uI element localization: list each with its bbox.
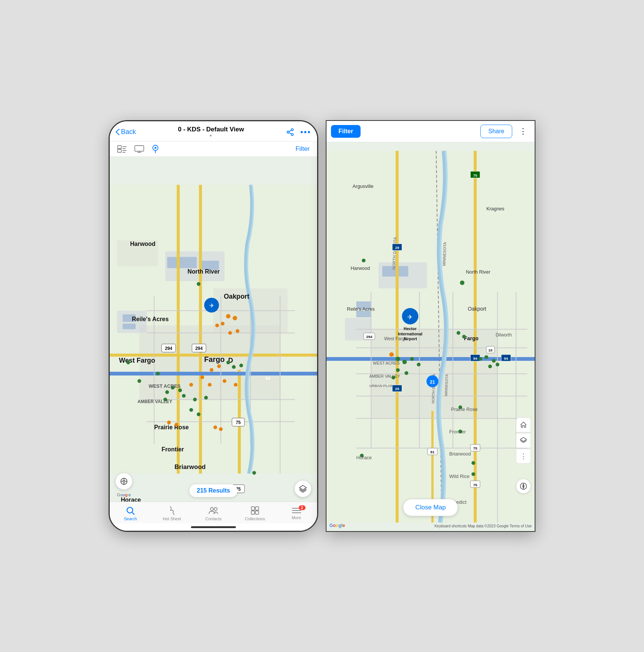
more-dots-icon[interactable]: •••	[300, 127, 311, 137]
map-area[interactable]: 94 Harwood North River Oakport Reile's A…	[110, 157, 317, 502]
svg-point-75	[223, 379, 227, 383]
svg-point-67	[215, 324, 219, 327]
svg-point-204	[496, 363, 499, 366]
svg-rect-5	[118, 146, 121, 149]
svg-point-91	[204, 396, 208, 400]
svg-point-78	[174, 423, 178, 427]
right-panel: Filter Share ⋮	[326, 120, 535, 532]
panel-map[interactable]: Argusville Kragnes Harwood North River O…	[326, 142, 535, 531]
svg-point-81	[234, 383, 237, 387]
svg-point-192	[457, 331, 461, 335]
panel-share-button[interactable]: Share	[480, 125, 512, 138]
svg-text:294: 294	[366, 335, 373, 339]
svg-rect-24	[167, 257, 197, 268]
panel-header-right: Share ⋮	[480, 125, 530, 138]
more-badge: 2	[299, 505, 306, 510]
home-bar	[191, 526, 236, 528]
svg-point-197	[417, 363, 420, 366]
svg-text:Oakport: Oakport	[468, 306, 486, 312]
svg-text:Hector: Hector	[404, 326, 417, 331]
svg-rect-111	[255, 507, 259, 510]
tab-contacts[interactable]: Contacts	[193, 505, 234, 522]
panel-more-button[interactable]: ⋮	[516, 125, 530, 138]
list-view-icon[interactable]	[117, 145, 127, 153]
svg-point-203	[492, 359, 496, 363]
tab-search-label: Search	[124, 517, 137, 521]
panel-map-controls: ⋮	[516, 417, 531, 464]
svg-point-206	[458, 405, 462, 409]
svg-point-199	[405, 371, 408, 375]
svg-text:Frontier: Frontier	[449, 429, 466, 435]
google-logo: Google	[329, 523, 345, 528]
svg-text:94: 94	[504, 356, 508, 360]
svg-point-72	[217, 364, 221, 368]
phone-header: Back 0 - KDS - Default View ▾ •••	[110, 121, 317, 141]
svg-point-198	[396, 368, 400, 372]
search-icon	[125, 506, 135, 515]
svg-point-65	[226, 314, 231, 319]
svg-point-98	[252, 471, 256, 475]
svg-text:Kragnes: Kragnes	[486, 206, 504, 211]
layers-button[interactable]	[295, 481, 311, 497]
svg-point-82	[197, 282, 200, 286]
compass-icon[interactable]	[516, 479, 531, 494]
svg-text:Argusville: Argusville	[353, 183, 374, 189]
svg-marker-214	[523, 485, 524, 488]
svg-point-195	[402, 360, 407, 364]
svg-text:75: 75	[236, 420, 241, 425]
close-map-button[interactable]: Close Map	[403, 499, 458, 516]
svg-text:Briarwood: Briarwood	[449, 451, 471, 457]
tab-hotsheet[interactable]: Hot Sheet	[151, 505, 193, 522]
svg-text:Airport: Airport	[403, 336, 417, 341]
svg-point-191	[460, 281, 464, 285]
svg-point-70	[236, 329, 239, 333]
more-icon-wrap: 2	[291, 507, 302, 514]
svg-point-0	[291, 128, 294, 131]
display-view-icon[interactable]	[134, 145, 144, 153]
toolbar-icons	[117, 144, 159, 153]
svg-text:Prairie Rose: Prairie Rose	[451, 406, 478, 412]
svg-text:Briarwood: Briarwood	[174, 463, 206, 470]
tab-more-label: More	[292, 515, 301, 520]
toolbar: Filter	[110, 141, 317, 157]
tab-more[interactable]: 2 More	[276, 506, 317, 521]
svg-text:✈: ✈	[209, 302, 214, 309]
svg-text:North River: North River	[188, 268, 220, 275]
map-svg: 94 Harwood North River Oakport Reile's A…	[110, 157, 317, 502]
panel-filter-button[interactable]: Filter	[331, 125, 361, 138]
back-button[interactable]: Back	[116, 128, 136, 136]
svg-point-79	[213, 426, 217, 429]
svg-text:Harwood: Harwood	[130, 241, 155, 247]
tab-hotsheet-label: Hot Sheet	[163, 517, 181, 521]
share-icon[interactable]	[286, 128, 294, 136]
svg-text:Harwood: Harwood	[351, 265, 370, 271]
svg-text:94: 94	[265, 376, 271, 381]
svg-point-68	[221, 322, 225, 326]
svg-text:International: International	[398, 332, 422, 336]
svg-point-84	[137, 379, 141, 383]
svg-point-190	[362, 259, 365, 262]
svg-point-93	[232, 365, 236, 369]
map-attribution: Keyboard shortcuts Map data ©2023 Google…	[434, 524, 532, 528]
svg-text:Wild Rice: Wild Rice	[449, 473, 470, 479]
tab-search[interactable]: Search	[110, 505, 151, 522]
svg-text:75: 75	[473, 446, 478, 450]
svg-point-89	[163, 398, 167, 402]
svg-text:✈: ✈	[407, 314, 413, 321]
home-outline-icon[interactable]	[516, 417, 531, 432]
svg-text:WEST ACRES: WEST ACRES	[373, 361, 400, 365]
svg-point-193	[462, 335, 466, 339]
svg-point-76	[208, 383, 212, 387]
svg-point-97	[197, 412, 200, 416]
panel-more-icon[interactable]: ⋮	[516, 449, 531, 464]
svg-point-71	[210, 368, 213, 372]
layers-icon[interactable]	[516, 433, 531, 448]
svg-point-209	[471, 472, 475, 476]
collections-icon	[250, 506, 260, 515]
svg-rect-11	[135, 146, 144, 151]
map-view-icon[interactable]	[152, 144, 159, 153]
tab-collections[interactable]: Collections	[234, 505, 276, 522]
svg-rect-113	[255, 511, 259, 514]
filter-button[interactable]: Filter	[295, 145, 310, 153]
target-icon[interactable]	[116, 473, 132, 490]
